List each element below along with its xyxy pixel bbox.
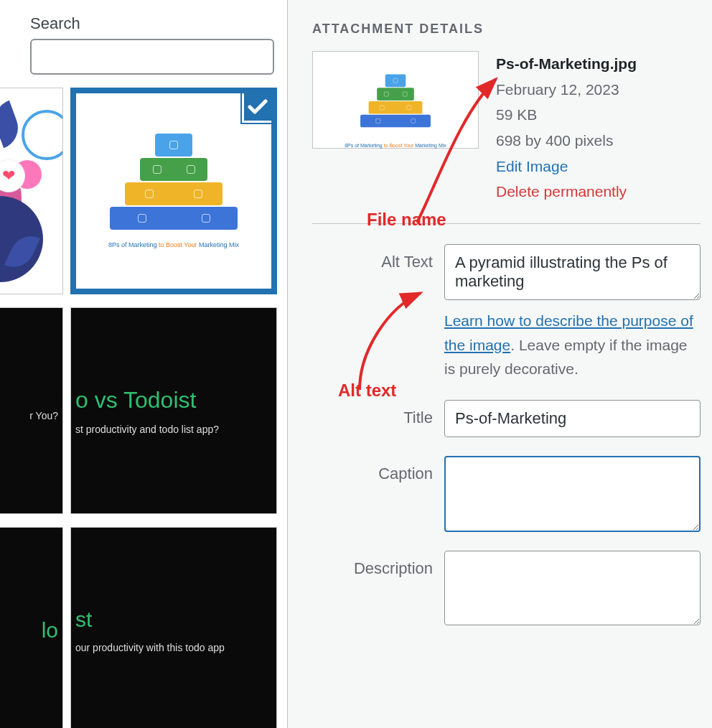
edit-image-link[interactable]: Edit Image [496,154,637,179]
thumb-black-2[interactable]: st our productivity with this todo app [70,527,277,728]
thumb-title: lo [4,618,62,643]
attachment-filename: Ps-of-Marketing.jpg [496,51,637,77]
alt-text-help: Learn how to describe the purpose of the… [444,309,701,381]
description-label: Description [312,551,433,578]
attachment-dimensions: 698 by 400 pixels [496,128,637,154]
annotation-alttext: Alt text [338,381,396,401]
panel-heading: ATTACHMENT DETAILS [312,22,701,37]
thumb-black-left-1[interactable]: r You? [0,307,63,514]
thumb-black-left-2[interactable]: lo [0,527,63,728]
alt-text-input[interactable]: A pyramid illustrating the Ps of marketi… [444,244,701,300]
checkmark-icon [242,91,273,123]
attachment-size: 59 KB [496,102,637,128]
thumb-sub: our productivity with this todo app [75,642,276,653]
thumb-title: o vs Todoist [75,387,276,414]
thumb-sub: st productivity and todo list app? [75,424,276,435]
caption-label: Caption [312,456,433,483]
thumb-sub: r You? [4,410,62,421]
thumb-pyramid-selected[interactable]: 8Ps of Marketing to Boost Your Marketing… [70,88,277,294]
title-label: Title [312,400,433,427]
delete-permanently-link[interactable]: Delete permanently [496,179,637,205]
alt-text-label: Alt Text [312,244,433,271]
thumb-caption: 8Ps of Marketing to Boost Your Marketing… [108,241,239,248]
search-label: Search [30,14,281,33]
title-input[interactable] [444,400,701,437]
search-input[interactable] [30,39,274,75]
thumb-illustration[interactable] [0,88,63,294]
description-input[interactable] [444,551,701,625]
annotation-filename: File name [367,210,446,230]
attachment-preview: 8Ps of Marketing to Boost Your Marketing… [312,51,479,149]
thumb-black-1[interactable]: o vs Todoist st productivity and todo li… [70,307,277,514]
caption-input[interactable] [444,456,701,532]
attachment-date: February 12, 2023 [496,77,637,103]
thumb-title: st [75,607,276,632]
